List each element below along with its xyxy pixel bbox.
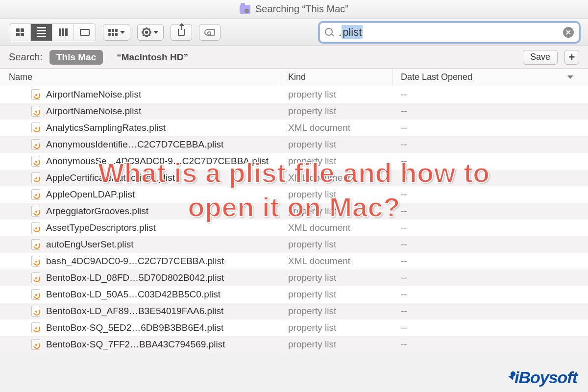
tags-button[interactable]	[199, 24, 220, 41]
file-icon	[31, 239, 40, 250]
group-by-button[interactable]	[103, 24, 130, 41]
share-icon	[178, 29, 185, 36]
table-row[interactable]: AnonymousSe…4DC9ADC0-9…C2C7D7CEBBA.plist…	[0, 153, 588, 170]
table-row[interactable]: AirportNameNoise.plistproperty list--	[0, 86, 588, 103]
smart-folder-icon	[240, 5, 250, 14]
file-name: AirportNameNoise.plist	[46, 89, 141, 100]
file-date: --	[393, 239, 588, 250]
file-icon	[31, 306, 40, 317]
toolbar: .plist	[0, 19, 588, 46]
table-row[interactable]: AppleOpenLDAP.plistproperty list--	[0, 186, 588, 203]
file-kind: XML document	[280, 172, 393, 183]
file-kind: property list	[280, 272, 393, 283]
table-row[interactable]: AnalyticsSamplingRates.plistXML document…	[0, 120, 588, 136]
file-name: AppleCertificateAuthorities.plist	[46, 172, 175, 183]
file-date: --	[393, 206, 588, 217]
column-header-row: Name Kind Date Last Opened	[0, 69, 588, 86]
table-row[interactable]: BentoBox-SQ_5ED2…6DB9B3BB6E4.plistproper…	[0, 319, 588, 336]
scope-volume[interactable]: “Macintosh HD”	[110, 50, 195, 65]
chevron-down-icon	[153, 31, 158, 34]
file-date: --	[393, 89, 588, 100]
table-row[interactable]: AppleCertificateAuthorities.plistXML doc…	[0, 170, 588, 186]
file-icon	[31, 122, 40, 133]
file-name: bash_4DC9ADC0-9…C2C7D7CEBBA.plist	[46, 256, 224, 267]
file-icon	[31, 222, 40, 233]
file-icon	[31, 256, 40, 267]
scope-this-mac[interactable]: This Mac	[49, 50, 103, 65]
file-icon	[31, 156, 40, 167]
search-icon	[325, 28, 334, 37]
table-row[interactable]: BentoBox-LD_50A5…C03D42BB5C0.plistproper…	[0, 286, 588, 303]
table-row[interactable]: ArpeggiatorGrooves.plistproperty list--	[0, 203, 588, 220]
search-scope-bar: Search: This Mac “Macintosh HD” Save +	[0, 46, 588, 69]
file-name: autoEngUserSet.plist	[46, 239, 134, 250]
file-date: --	[393, 339, 588, 350]
table-row[interactable]: bash_4DC9ADC0-9…C2C7D7CEBBA.plistXML doc…	[0, 253, 588, 270]
file-date: --	[393, 322, 588, 333]
column-header-date[interactable]: Date Last Opened	[393, 69, 588, 86]
file-kind: XML document	[280, 122, 393, 133]
tag-icon	[204, 29, 215, 36]
file-date: --	[393, 306, 588, 317]
add-criteria-button[interactable]: +	[564, 50, 579, 65]
save-search-button[interactable]: Save	[523, 50, 558, 65]
file-kind: property list	[280, 339, 393, 350]
file-kind: property list	[280, 306, 393, 317]
file-name: BentoBox-LD_AF89…B3E54019FAA6.plist	[46, 306, 223, 317]
file-icon	[31, 322, 40, 333]
window-titlebar: Searching “This Mac”	[0, 0, 588, 19]
file-icon	[31, 106, 40, 117]
file-kind: XML document	[280, 222, 393, 233]
file-icon	[31, 172, 40, 183]
column-header-kind[interactable]: Kind	[280, 69, 393, 86]
view-icon-button[interactable]	[9, 24, 31, 41]
view-list-button[interactable]	[31, 24, 52, 41]
file-kind: property list	[280, 206, 393, 217]
file-name: ArpeggiatorGrooves.plist	[46, 206, 148, 217]
clear-search-button[interactable]	[563, 27, 574, 38]
view-column-button[interactable]	[52, 24, 74, 41]
file-name: AssetTypeDescriptors.plist	[46, 222, 156, 233]
file-date: --	[393, 222, 588, 233]
file-name: AirportNameNoise.plist	[46, 106, 141, 117]
action-menu-button[interactable]	[137, 24, 164, 41]
file-icon	[31, 272, 40, 283]
table-row[interactable]: AnonymousIdentifie…C2C7D7CEBBA.plistprop…	[0, 136, 588, 153]
view-gallery-button[interactable]	[74, 24, 96, 41]
file-date: --	[393, 256, 588, 267]
file-date: --	[393, 189, 588, 200]
table-row[interactable]: autoEngUserSet.plistproperty list--	[0, 236, 588, 253]
table-row[interactable]: BentoBox-SQ_7FF2…BBA43C794569.plistprope…	[0, 336, 588, 353]
file-kind: property list	[280, 289, 393, 300]
file-icon	[31, 139, 40, 150]
table-row[interactable]: BentoBox-LD_AF89…B3E54019FAA6.plistprope…	[0, 303, 588, 319]
file-kind: property list	[280, 239, 393, 250]
window-title: Searching “This Mac”	[255, 3, 348, 15]
file-kind: property list	[280, 89, 393, 100]
file-kind: XML document	[280, 256, 393, 267]
watermark-dot-icon	[511, 371, 515, 376]
watermark-text: iBoysoft	[514, 368, 577, 387]
table-row[interactable]: AirportNameNoise.plistproperty list--	[0, 103, 588, 120]
file-name: AppleOpenLDAP.plist	[46, 189, 135, 200]
file-name: AnonymousSe…4DC9ADC0-9…C2C7D7CEBBA.plist	[46, 156, 269, 167]
file-date: --	[393, 172, 588, 183]
search-field[interactable]: .plist	[319, 23, 579, 42]
file-kind: property list	[280, 189, 393, 200]
file-icon	[31, 89, 40, 100]
file-kind: property list	[280, 322, 393, 333]
file-name: BentoBox-SQ_5ED2…6DB9B3BB6E4.plist	[46, 322, 223, 333]
chevron-down-icon	[120, 31, 125, 34]
column-header-date-label: Date Last Opened	[401, 72, 472, 82]
column-header-name[interactable]: Name	[0, 69, 280, 86]
file-date: --	[393, 289, 588, 300]
watermark-logo: iBoysoft	[511, 368, 577, 387]
file-kind: property list	[280, 139, 393, 150]
gallery-icon	[80, 29, 90, 36]
table-row[interactable]: AssetTypeDescriptors.plistXML document--	[0, 220, 588, 236]
share-button[interactable]	[171, 24, 192, 41]
file-date: --	[393, 122, 588, 133]
file-name: BentoBox-SQ_7FF2…BBA43C794569.plist	[46, 339, 225, 350]
columns-icon	[59, 28, 68, 36]
table-row[interactable]: BentoBox-LD_08FD…5D70D802B042.plistprope…	[0, 270, 588, 286]
